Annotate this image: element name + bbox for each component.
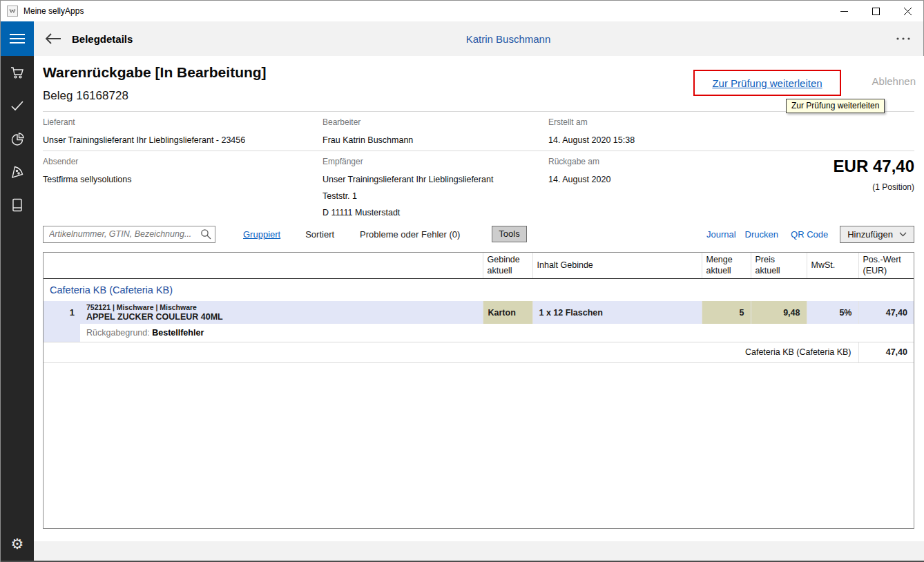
info-empfaenger: Empfänger Unser Trainingslieferant Ihr L…	[323, 157, 493, 221]
col-header-gebinde[interactable]: Gebinde aktuell	[483, 253, 532, 278]
inhalt-cell: 1 x 12 Flaschen	[532, 301, 702, 324]
info-value-line: Unser Trainingslieferant Ihr Lieblingsli…	[323, 171, 493, 188]
sortiert-toggle[interactable]: Sortiert	[305, 229, 334, 240]
info-value: Unser Trainingslieferant Ihr Lieblingsli…	[43, 132, 245, 148]
article-meta: 752121 | Mischware | Mischware	[86, 303, 483, 312]
more-options-button[interactable]	[892, 21, 915, 56]
info-label: Erstellt am	[548, 117, 635, 127]
current-user[interactable]: Katrin Buschmann	[443, 21, 574, 56]
sidebar-nav: ⚙	[1, 56, 34, 561]
info-label: Lieferant	[43, 117, 245, 127]
reason-gutter	[44, 324, 80, 342]
group-footer-sum: 47,40	[858, 342, 914, 362]
sidebar-item-cart[interactable]	[1, 56, 34, 89]
search-icon[interactable]	[200, 229, 211, 240]
sidebar-item-tasks[interactable]	[1, 89, 34, 122]
divider	[43, 151, 914, 151]
bottom-bar	[34, 541, 924, 561]
col-header-empty	[44, 253, 80, 278]
info-value: Testfirma sellysolutions	[43, 171, 132, 188]
pie-chart-icon	[9, 130, 26, 147]
chevron-down-icon	[899, 232, 907, 237]
info-value-line: D 11111 Musterstadt	[323, 204, 493, 221]
info-value-line: Teststr. 1	[323, 188, 493, 204]
gear-icon: ⚙	[11, 536, 24, 552]
app-window: Meine sellyApps Belegdetails Katrin Busc…	[0, 0, 924, 562]
col-header-menge[interactable]: Menge aktuell	[702, 253, 751, 278]
positions-table: Gebinde aktuell Inhalt Gebinde Menge akt…	[43, 252, 914, 529]
search-field-wrap	[43, 226, 215, 243]
app-header-bar: Belegdetails Katrin Buschmann	[1, 21, 923, 56]
minimize-button[interactable]	[828, 1, 860, 21]
main-content: Warenrückgabe [In Bearbeitung] Beleg 161…	[34, 56, 924, 561]
forward-highlight-box: Zur Prüfung weiterleiten	[693, 70, 841, 96]
info-bearbeiter: Bearbeiter Frau Katrin Buschmann	[323, 117, 413, 148]
group-name[interactable]: Cafeteria KB (Cafeteria KB)	[44, 278, 914, 301]
sidebar-item-statistics[interactable]	[1, 122, 34, 155]
poswert-cell: 47,40	[858, 301, 914, 324]
window-title: Meine sellyApps	[23, 6, 84, 16]
hinzufuegen-button[interactable]: Hinzufügen	[840, 226, 914, 243]
info-erstellt-am: Erstellt am 14. August 2020 15:38	[548, 117, 635, 148]
reason-row: Rückgabegrund: Bestellfehler	[44, 324, 914, 342]
forward-for-review-button[interactable]: Zur Prüfung weiterleiten	[712, 77, 822, 89]
journal-link[interactable]: Journal	[706, 229, 736, 240]
table-header-row: Gebinde aktuell Inhalt Gebinde Menge akt…	[44, 253, 914, 278]
position-description[interactable]: 752121 | Mischware | Mischware APPEL ZUC…	[80, 301, 483, 324]
maximize-button[interactable]	[860, 1, 892, 21]
group-header-row[interactable]: Cafeteria KB (Cafeteria KB)	[44, 278, 914, 301]
forward-tooltip: Zur Prüfung weiterleiten	[786, 99, 885, 113]
tools-button[interactable]: Tools	[492, 226, 526, 242]
position-number: 1	[44, 301, 80, 324]
checkmark-icon	[9, 97, 26, 114]
close-button[interactable]	[892, 1, 923, 21]
gebinde-cell[interactable]: Karton	[483, 301, 532, 324]
menge-cell[interactable]: 5	[702, 301, 751, 324]
group-footer-row: Cafeteria KB (Cafeteria KB) 47,40	[44, 342, 914, 362]
divider	[43, 111, 914, 112]
article-name: APPEL ZUCKER COULEUR 40ML	[86, 312, 483, 322]
info-value: 14. August 2020 15:38	[548, 132, 635, 148]
reason-value: Bestellfehler	[152, 328, 204, 338]
search-input[interactable]	[43, 226, 215, 243]
mwst-cell: 5%	[807, 301, 858, 324]
gruppiert-toggle[interactable]: Gruppiert	[243, 229, 280, 240]
item-toolbar: Gruppiert Sortiert Probleme oder Fehler …	[43, 225, 914, 243]
col-header-preis[interactable]: Preis aktuell	[751, 253, 807, 278]
total-amount: EUR 47,40	[834, 157, 914, 176]
page-title: Belegdetails	[72, 21, 133, 56]
info-value: Frau Katrin Buschmann	[323, 132, 413, 148]
info-label: Rückgabe am	[548, 157, 610, 166]
sidebar-item-specials[interactable]	[1, 155, 34, 188]
col-header-poswert[interactable]: Pos.-Wert (EUR)	[858, 253, 914, 278]
info-label: Absender	[43, 157, 132, 166]
col-header-empty	[80, 253, 483, 278]
sidebar-item-settings[interactable]: ⚙	[1, 527, 34, 561]
hinzufuegen-label: Hinzufügen	[847, 229, 893, 240]
group-footer-name: Cafeteria KB (Cafeteria KB)	[44, 342, 858, 362]
cart-icon	[9, 64, 26, 81]
book-icon	[9, 197, 26, 213]
info-label: Bearbeiter	[323, 117, 413, 127]
sidebar-item-catalog[interactable]	[1, 188, 34, 222]
document-title: Warenrückgabe [In Bearbeitung]	[43, 64, 267, 81]
preis-cell[interactable]: 9,48	[751, 301, 807, 324]
reject-button[interactable]: Ablehnen	[872, 75, 916, 87]
col-header-inhalt[interactable]: Inhalt Gebinde	[532, 253, 702, 278]
reason-cell: Rückgabegrund: Bestellfehler	[80, 324, 914, 342]
app-logo-icon	[7, 6, 18, 17]
qr-code-link[interactable]: QR Code	[791, 229, 828, 240]
probleme-filter[interactable]: Probleme oder Fehler (0)	[360, 229, 460, 240]
back-button[interactable]	[39, 21, 67, 56]
info-rueckgabe-am: Rückgabe am 14. August 2020	[548, 157, 610, 188]
pizza-slice-icon	[9, 164, 26, 180]
document-number: Beleg 16168728	[43, 89, 128, 103]
reason-label: Rückgabegrund:	[86, 328, 150, 338]
position-row[interactable]: 1 752121 | Mischware | Mischware APPEL Z…	[44, 301, 914, 324]
hamburger-menu-button[interactable]	[1, 21, 34, 56]
info-lieferant: Lieferant Unser Trainingslieferant Ihr L…	[43, 117, 245, 148]
info-label: Empfänger	[323, 157, 493, 166]
drucken-link[interactable]: Drucken	[745, 229, 778, 240]
total-positions: (1 Position)	[872, 182, 914, 192]
col-header-mwst[interactable]: MwSt.	[807, 253, 858, 278]
